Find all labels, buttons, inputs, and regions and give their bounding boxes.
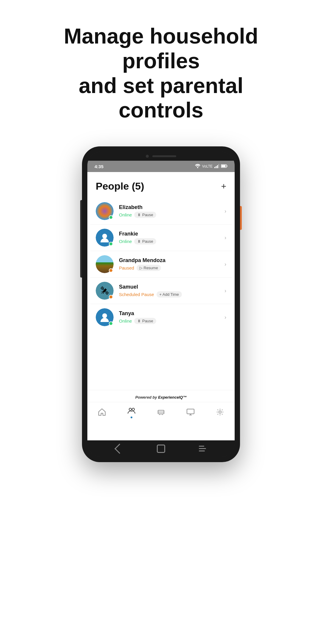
status-bar: 4:35 VoLTE [87, 161, 235, 172]
svg-rect-3 [217, 165, 218, 168]
person-name-elizabeth: Elizabeth [119, 204, 222, 210]
person-row-elizabeth[interactable]: Elizabeth Online ⏸ Pause › [90, 198, 232, 225]
phone-controls [87, 440, 235, 457]
network-bars-icon [214, 164, 219, 169]
people-list: Elizabeth Online ⏸ Pause › [87, 198, 235, 330]
nav-item-monitor[interactable] [186, 407, 195, 417]
home-button[interactable] [157, 445, 165, 453]
svg-point-8 [102, 234, 107, 239]
svg-rect-7 [227, 165, 227, 167]
page-headline: Manage household profiles and set parent… [27, 0, 295, 140]
avatar-grandpa [96, 255, 114, 273]
person-row-grandpa[interactable]: Grandpa Mendoza Paused ▷ Resume › [90, 251, 232, 278]
person-row-samuel[interactable]: 🛰 Samuel Scheduled Pause + Add Time › [90, 278, 232, 304]
signal-icon: VoLTE [202, 164, 213, 168]
status-text-grandpa: Paused [119, 265, 134, 270]
monitor-icon [186, 407, 195, 417]
person-info-samuel: Samuel Scheduled Pause + Add Time [119, 284, 222, 298]
status-time: 4:35 [95, 164, 103, 169]
person-info-tanya: Tanya Online ⏸ Pause [119, 310, 222, 324]
chevron-elizabeth: › [225, 208, 226, 214]
avatar-frankie [96, 229, 114, 247]
avatar-elizabeth [96, 202, 114, 220]
person-row-frankie[interactable]: Frankie Online ⏸ Pause › [90, 225, 232, 251]
person-status-row-frankie: Online ⏸ Pause [119, 238, 222, 244]
home-icon [97, 407, 107, 417]
svg-rect-13 [187, 409, 194, 414]
status-dot-grandpa [109, 268, 113, 273]
status-text-tanya: Online [119, 318, 132, 323]
pause-button-elizabeth[interactable]: ⏸ Pause [134, 212, 156, 218]
camera-dot [146, 155, 149, 158]
svg-rect-6 [222, 165, 226, 167]
status-dot-frankie [109, 242, 113, 246]
svg-point-0 [197, 167, 198, 168]
avatar-samuel: 🛰 [96, 282, 114, 300]
chevron-grandpa: › [225, 261, 226, 267]
phone-frame: 4:35 VoLTE [82, 146, 240, 462]
brand-name: ExperienceIQ™ [158, 395, 187, 400]
svg-point-9 [102, 313, 107, 318]
person-info-frankie: Frankie Online ⏸ Pause [119, 231, 222, 244]
wifi-icon [195, 164, 200, 169]
nav-active-dot [131, 417, 132, 418]
avatar-tanya [96, 308, 114, 326]
svg-point-14 [219, 411, 221, 413]
speaker-bar [152, 155, 176, 157]
app-screen: People (5) + Elizabeth [87, 172, 235, 440]
person-status-row-tanya: Online ⏸ Pause [119, 318, 222, 324]
people-icon [127, 406, 136, 415]
person-name-tanya: Tanya [119, 310, 222, 317]
status-text-samuel: Scheduled Pause [119, 292, 154, 297]
status-text-elizabeth: Online [119, 212, 132, 217]
nav-item-people[interactable] [127, 406, 136, 418]
recents-button[interactable] [199, 446, 206, 451]
chevron-samuel: › [225, 288, 226, 294]
phone-mockup: 4:35 VoLTE [0, 146, 322, 462]
resume-button-grandpa[interactable]: ▷ Resume [137, 265, 161, 271]
svg-point-10 [129, 408, 131, 411]
app-title: People (5) [96, 180, 144, 192]
battery-icon [221, 164, 227, 169]
status-icons: VoLTE [195, 164, 227, 169]
svg-rect-1 [214, 167, 215, 168]
back-button[interactable] [114, 444, 125, 454]
nav-bar [87, 402, 235, 421]
pause-button-frankie[interactable]: ⏸ Pause [134, 238, 156, 244]
status-text-frankie: Online [119, 239, 132, 244]
status-dot-elizabeth [109, 215, 113, 219]
app-header: People (5) + [87, 172, 235, 198]
status-dot-tanya [109, 321, 113, 326]
camera-bar [87, 152, 235, 161]
settings-icon [215, 407, 225, 417]
person-status-row-samuel: Scheduled Pause + Add Time [119, 291, 222, 298]
chevron-frankie: › [225, 235, 226, 241]
person-row-tanya[interactable]: Tanya Online ⏸ Pause › [90, 304, 232, 330]
person-name-grandpa: Grandpa Mendoza [119, 257, 222, 264]
person-name-frankie: Frankie [119, 231, 222, 237]
nav-item-devices[interactable] [156, 407, 166, 417]
person-info-grandpa: Grandpa Mendoza Paused ▷ Resume [119, 257, 222, 271]
chevron-tanya: › [225, 314, 226, 321]
nav-item-home[interactable] [97, 407, 107, 417]
powered-by: Powered by ExperienceIQ™ [87, 390, 235, 402]
phone-inner: 4:35 VoLTE [87, 152, 235, 457]
person-name-samuel: Samuel [119, 284, 222, 290]
svg-rect-2 [216, 166, 217, 168]
pause-button-tanya[interactable]: ⏸ Pause [134, 318, 156, 324]
person-status-row-elizabeth: Online ⏸ Pause [119, 212, 222, 218]
furniture-icon [156, 407, 166, 417]
svg-point-11 [132, 408, 134, 411]
svg-rect-4 [219, 164, 219, 168]
add-time-button-samuel[interactable]: + Add Time [157, 291, 182, 298]
nav-item-settings[interactable] [215, 407, 225, 417]
add-person-button[interactable]: + [221, 181, 226, 191]
person-status-row-grandpa: Paused ▷ Resume [119, 265, 222, 271]
person-info-elizabeth: Elizabeth Online ⏸ Pause [119, 204, 222, 218]
status-dot-samuel [109, 295, 113, 299]
